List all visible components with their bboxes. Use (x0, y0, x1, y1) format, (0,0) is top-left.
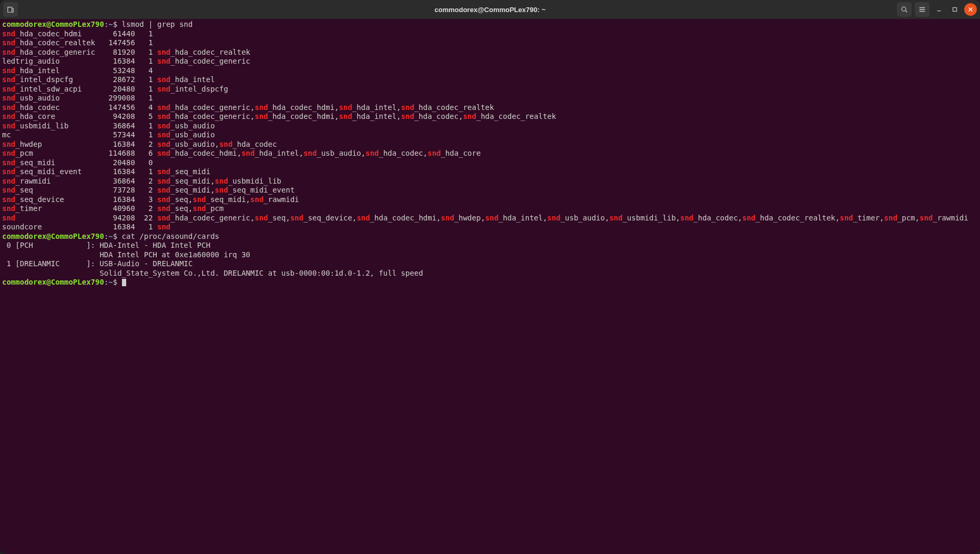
maximize-icon (951, 6, 958, 13)
command-text: cat /proc/asound/cards (122, 232, 219, 240)
output-line: 0 [PCH ]: HDA-Intel - HDA Intel PCH (2, 241, 978, 250)
lsmod-row: snd_seq_midi 20480 0 (2, 158, 978, 168)
minimize-button[interactable] (933, 3, 945, 16)
lsmod-row: snd 94208 22 snd_hda_codec_generic,snd_s… (2, 214, 978, 223)
command-text: lsmod | grep snd (122, 20, 193, 28)
hamburger-icon (918, 6, 926, 13)
lsmod-row: snd_seq_device 16384 3 snd_seq,snd_seq_m… (2, 195, 978, 205)
new-tab-icon (7, 6, 14, 13)
lsmod-row: snd_timer 40960 2 snd_seq,snd_pcm (2, 204, 978, 214)
svg-rect-3 (953, 8, 957, 12)
svg-line-1 (905, 11, 907, 12)
output-line: HDA Intel PCH at 0xe1a60000 irq 30 (2, 250, 978, 260)
lsmod-row: snd_hda_codec_hdmi 61440 1 (2, 29, 978, 39)
output-line: Solid_State_System Co.,Ltd. DRELANMIC at… (2, 269, 978, 278)
close-icon (967, 6, 974, 13)
prompt-line: commodorex@CommoPLex790:~$ lsmod | grep … (2, 20, 978, 29)
minimize-icon (935, 6, 943, 13)
lsmod-row: snd_hda_codec_realtek 147456 1 (2, 38, 978, 48)
new-tab-button[interactable] (3, 2, 18, 17)
lsmod-row: snd_intel_dspcfg 28672 1 snd_hda_intel (2, 75, 978, 85)
search-icon (901, 6, 908, 13)
titlebar: commodorex@CommoPLex790: ~ (0, 0, 980, 19)
cursor (122, 279, 126, 286)
window-title: commodorex@CommoPLex790: ~ (435, 6, 546, 14)
lsmod-row: snd_rawmidi 36864 2 snd_seq_midi,snd_usb… (2, 177, 978, 186)
output-line: 1 [DRELANMIC ]: USB-Audio - DRELANMIC (2, 259, 978, 269)
lsmod-row: snd_seq 73728 2 snd_seq_midi,snd_seq_mid… (2, 186, 978, 195)
terminal-viewport[interactable]: commodorex@CommoPLex790:~$ lsmod | grep … (0, 19, 980, 554)
lsmod-row: snd_usbmidi_lib 36864 1 snd_usb_audio (2, 122, 978, 131)
close-button[interactable] (964, 3, 977, 16)
prompt-line: commodorex@CommoPLex790:~$ (2, 278, 978, 287)
maximize-button[interactable] (948, 3, 961, 16)
lsmod-row: snd_seq_midi_event 16384 1 snd_seq_midi (2, 167, 978, 177)
lsmod-row: snd_hda_codec 147456 4 snd_hda_codec_gen… (2, 103, 978, 113)
lsmod-row: snd_hda_intel 53248 4 (2, 66, 978, 76)
lsmod-row: ledtrig_audio 16384 1 snd_hda_codec_gene… (2, 57, 978, 66)
lsmod-row: snd_pcm 114688 6 snd_hda_codec_hdmi,snd_… (2, 149, 978, 158)
svg-point-0 (902, 7, 906, 11)
lsmod-row: snd_hwdep 16384 2 snd_usb_audio,snd_hda_… (2, 140, 978, 149)
terminal-window: commodorex@CommoPLex790: ~ commodorex@Co… (0, 0, 980, 554)
prompt-line: commodorex@CommoPLex790:~$ cat /proc/aso… (2, 232, 978, 241)
lsmod-row: mc 57344 1 snd_usb_audio (2, 130, 978, 140)
lsmod-row: snd_hda_core 94208 5 snd_hda_codec_gener… (2, 112, 978, 122)
menu-button[interactable] (915, 2, 930, 17)
search-button[interactable] (897, 2, 912, 17)
lsmod-row: snd_hda_codec_generic 81920 1 snd_hda_co… (2, 48, 978, 57)
lsmod-row: snd_intel_sdw_acpi 20480 1 snd_intel_dsp… (2, 85, 978, 94)
lsmod-row: snd_usb_audio 299008 1 (2, 94, 978, 103)
lsmod-row: soundcore 16384 1 snd (2, 223, 978, 232)
